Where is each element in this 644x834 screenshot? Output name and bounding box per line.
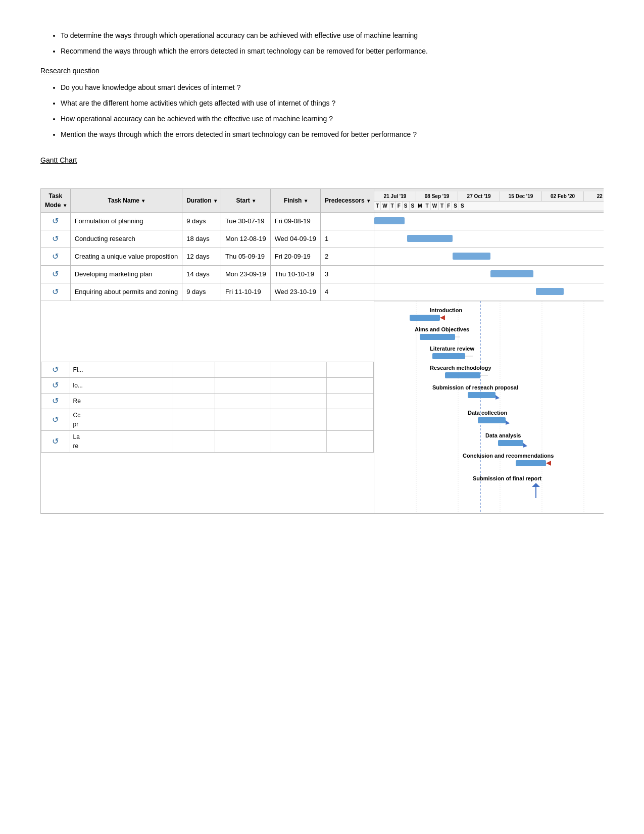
row2-start: Mon 12-08-19 <box>221 230 270 248</box>
row5-name: Enquiring about permits and zoning <box>70 283 182 301</box>
m-row4-name: Ccpr <box>70 409 173 431</box>
svg-rect-23 <box>478 417 506 423</box>
research-bullet-2: What are the different home activities w… <box>61 98 604 109</box>
research-section: Research question Do you have knowledge … <box>40 66 604 140</box>
row1-icon: ↺ <box>41 213 71 230</box>
gantt-date-6: 22 Mar <box>584 191 604 201</box>
col-start[interactable]: Start ▾ <box>221 189 270 213</box>
svg-marker-32 <box>532 483 540 487</box>
svg-marker-27 <box>523 443 527 448</box>
row4-icon: ↺ <box>41 266 71 283</box>
top-bullets: To determine the ways through which oper… <box>61 30 604 57</box>
row4-chart <box>374 266 604 283</box>
row5-start: Fri 11-10-19 <box>221 283 270 301</box>
col-gantt-chart: 21 Jul '19 08 Sep '19 27 Oct '19 15 Dec … <box>374 189 604 213</box>
svg-text:Aims and Objectives: Aims and Objectives <box>415 326 469 332</box>
research-bullet-4: Mention the ways through which the error… <box>61 129 604 140</box>
svg-text:Data collection: Data collection <box>468 410 508 416</box>
row4-name: Developing marketing plan <box>70 266 182 283</box>
table-row: ↺ Formulation of planning 9 days Tue 30-… <box>41 213 604 230</box>
row1-finish: Fri 09-08-19 <box>270 213 320 230</box>
row1-name: Formulation of planning <box>70 213 182 230</box>
svg-text:Introduction: Introduction <box>430 307 462 313</box>
research-bullets: Do you have knowledge about smart device… <box>61 82 604 140</box>
gantt-date-5: 02 Feb '20 <box>542 191 584 201</box>
research-bullet-1: Do you have knowledge about smart device… <box>61 82 604 93</box>
table-row: ↺ Developing marketing plan 14 days Mon … <box>41 266 604 283</box>
table-row: ↺ Conducting research 18 days Mon 12-08-… <box>41 230 604 248</box>
row5-finish: Wed 23-10-19 <box>270 283 320 301</box>
row2-icon: ↺ <box>41 230 71 248</box>
svg-rect-17 <box>445 372 480 378</box>
svg-marker-24 <box>506 420 510 425</box>
gantt-heading: Gantt Chart <box>40 155 604 166</box>
col-task-name[interactable]: Task Name ▾ <box>70 189 182 213</box>
row1-pred <box>320 213 374 230</box>
svg-text:Submission of final report: Submission of final report <box>473 475 542 481</box>
m-row5-name: Lare <box>70 431 173 453</box>
gantt-date-3: 27 Oct '19 <box>458 191 500 201</box>
row5-icon: ↺ <box>41 283 71 301</box>
col-finish[interactable]: Finish ▾ <box>270 189 320 213</box>
row2-pred: 1 <box>320 230 374 248</box>
row3-pred: 2 <box>320 248 374 266</box>
row2-chart <box>374 230 604 248</box>
row4-pred: 3 <box>320 266 374 283</box>
svg-text:Research methodology: Research methodology <box>430 365 492 371</box>
col-task-mode[interactable]: TaskMode ▾ <box>41 189 71 213</box>
row5-pred: 4 <box>320 283 374 301</box>
gantt-milestone-row: ↺ Fi... ↺ <box>41 301 604 514</box>
svg-marker-21 <box>496 395 500 400</box>
m-row2-name: lo... <box>70 378 173 394</box>
svg-text:Submission of reseach proposal: Submission of reseach proposal <box>432 384 518 390</box>
table-row: ↺ Enquiring about permits and zoning 9 d… <box>41 283 604 301</box>
row1-duration: 9 days <box>182 213 221 230</box>
svg-rect-11 <box>420 334 455 340</box>
svg-rect-20 <box>468 392 496 398</box>
svg-rect-29 <box>516 460 546 466</box>
table-row: ↺ Creating a unique value proposition 12… <box>41 248 604 266</box>
row5-chart <box>374 283 604 301</box>
svg-marker-30 <box>546 461 551 466</box>
row2-finish: Wed 04-09-19 <box>270 230 320 248</box>
gantt-date-4: 15 Dec '19 <box>500 191 542 201</box>
row2-name: Conducting research <box>70 230 182 248</box>
svg-marker-9 <box>440 315 445 320</box>
bullet-1: To determine the ways through which oper… <box>61 30 604 41</box>
gantt-section: Gantt Chart TaskMode ▾ Task Name ▾ Durat… <box>40 155 604 514</box>
row3-name: Creating a unique value proposition <box>70 248 182 266</box>
row3-icon: ↺ <box>41 248 71 266</box>
gantt-wrapper: TaskMode ▾ Task Name ▾ Duration ▾ Start … <box>40 178 604 514</box>
m-row1-name: Fi... <box>70 362 173 378</box>
row3-chart <box>374 248 604 266</box>
col-predecessors[interactable]: Predecessors ▾ <box>320 189 374 213</box>
row4-start: Mon 23-09-19 <box>221 266 270 283</box>
row4-duration: 14 days <box>182 266 221 283</box>
gantt-chart-svg: Introduction Aims and Objectives Literat… <box>374 301 604 513</box>
svg-rect-8 <box>410 315 440 321</box>
row4-finish: Thu 10-10-19 <box>270 266 320 283</box>
m-row3-name: Re <box>70 394 173 409</box>
gantt-table: TaskMode ▾ Task Name ▾ Duration ▾ Start … <box>40 188 604 514</box>
research-heading: Research question <box>40 66 604 76</box>
row3-start: Thu 05-09-19 <box>221 248 270 266</box>
svg-rect-26 <box>498 440 523 446</box>
row2-duration: 18 days <box>182 230 221 248</box>
row1-chart <box>374 213 604 230</box>
gantt-date-1: 21 Jul '19 <box>374 191 416 201</box>
row3-finish: Fri 20-09-19 <box>270 248 320 266</box>
col-duration[interactable]: Duration ▾ <box>182 189 221 213</box>
svg-rect-14 <box>432 353 465 359</box>
svg-text:Literature review: Literature review <box>430 346 474 352</box>
svg-text:Conclusion and recommendations: Conclusion and recommendations <box>463 453 554 459</box>
bullet-2: Recommend the ways through which the err… <box>61 46 604 57</box>
svg-text:Data analysis: Data analysis <box>485 432 521 438</box>
row3-duration: 12 days <box>182 248 221 266</box>
row1-start: Tue 30-07-19 <box>221 213 270 230</box>
gantt-date-2: 08 Sep '19 <box>416 191 458 201</box>
research-bullet-3: How operational accuracy can be achieved… <box>61 114 604 124</box>
row5-duration: 9 days <box>182 283 221 301</box>
